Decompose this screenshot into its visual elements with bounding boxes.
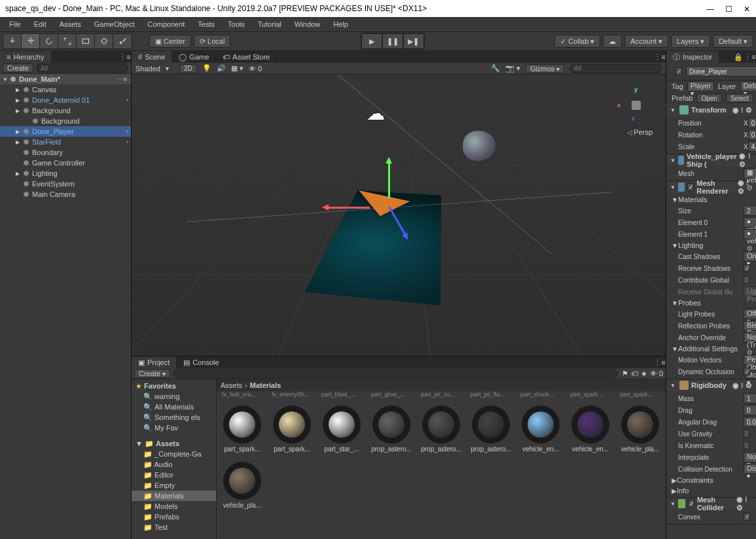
hidden-objects-icon[interactable]: 👁 0 [249, 65, 262, 73]
2d-toggle[interactable]: 2D [179, 64, 197, 73]
close-button[interactable]: ✕ [743, 5, 751, 12]
asset-label[interactable]: fx_bolt_ora... [222, 391, 262, 400]
tag-dropdown[interactable]: Player ▾ [687, 81, 714, 92]
asset-label[interactable]: part_shock... [520, 391, 561, 400]
menu-window[interactable]: Window [289, 19, 325, 29]
orientation-gizmo[interactable]: x y z [617, 86, 654, 123]
menu-tests[interactable]: Tests [192, 19, 220, 29]
materials-foldout[interactable]: ▼ Materials [666, 194, 756, 205]
favorite-icon[interactable]: ★ [641, 370, 647, 378]
minimize-button[interactable]: — [706, 5, 714, 12]
asset-thumbnail[interactable]: vehicle_en... [520, 406, 561, 453]
visibility-icon[interactable]: 👁 0 [650, 370, 663, 377]
scene-tab[interactable]: # Scene [132, 51, 172, 63]
anchor-field[interactable]: None (Transform) ⊙ [744, 332, 756, 343]
hierarchy-item[interactable]: Boundary [0, 147, 131, 158]
layer-dropdown[interactable]: Default ▾ [740, 81, 757, 92]
menu-gameobject[interactable]: GameObject [89, 19, 140, 29]
gizmo-y-axis[interactable] [388, 159, 390, 198]
folder-item[interactable]: 📁 Audio [132, 459, 216, 470]
layout-dropdown[interactable]: Default ▾ [713, 35, 753, 48]
rigidbody-header[interactable]: ▼Rigidbody◉ ⁝ ⚙ [666, 379, 756, 391]
cloud-button[interactable]: ☁ [603, 35, 622, 48]
transform-tool[interactable] [95, 34, 113, 48]
lighting-foldout[interactable]: ▼ Lighting [666, 240, 756, 251]
object-name-field[interactable] [686, 66, 756, 77]
rotate-tool[interactable] [40, 34, 58, 48]
console-tab[interactable]: ▤ Console [177, 356, 226, 368]
scale-x[interactable] [748, 141, 756, 152]
hierarchy-item[interactable]: ▶Done_Player› [0, 126, 131, 137]
tools-icon[interactable]: 🔧 [491, 64, 500, 73]
asset-label[interactable]: part_glow_... [371, 391, 412, 400]
collab-dropdown[interactable]: ✓ Collab ▾ [554, 35, 600, 48]
contribute-gi-checkbox[interactable] [744, 276, 749, 284]
rect-tool[interactable] [77, 34, 95, 48]
menu-file[interactable]: File [4, 19, 26, 29]
game-tab[interactable]: ◯ Game [172, 51, 216, 63]
menu-tutorial[interactable]: Tutorial [253, 19, 287, 29]
scene-options[interactable]: ⋮≡ [654, 51, 666, 63]
asset-thumbnail[interactable]: part_spark... [222, 406, 262, 453]
element1-field[interactable]: ● vehicle_playerS ⊙ [744, 229, 756, 239]
scene-root[interactable]: ▼ Done_Main* ⋯≡ [0, 74, 131, 84]
asteroid-object[interactable] [463, 131, 495, 161]
hierarchy-item[interactable]: ▶Done_Asteroid 01› [0, 95, 131, 105]
gizmos-dropdown[interactable]: Gizmos ▾ [526, 64, 564, 73]
meshrenderer-header[interactable]: ▼Mesh Renderer◉ ⁝ ⚙ [666, 181, 756, 193]
step-button[interactable]: ▶❚ [403, 33, 424, 49]
hierarchy-search[interactable] [36, 63, 128, 73]
transform-component-header[interactable]: ▼Transform◉ ⁝ ⚙ [666, 104, 756, 116]
hierarchy-tab[interactable]: ≡ Hierarchy [0, 51, 52, 63]
folder-item[interactable]: 📁 Test [132, 522, 216, 532]
breadcrumb-item[interactable]: Assets [221, 381, 242, 389]
asset-label[interactable]: part_blast_... [321, 391, 362, 400]
asset-label[interactable]: part_spark... [620, 391, 660, 400]
asset-thumbnail[interactable]: vehicle_en... [570, 406, 611, 453]
materials-size[interactable] [744, 205, 756, 216]
kinematic-checkbox[interactable] [744, 442, 749, 449]
favorite-item[interactable]: 🔍Something els [132, 412, 216, 423]
hierarchy-item[interactable]: ▶StarField› [0, 137, 131, 147]
folder-item[interactable]: 📁 Materials [132, 491, 216, 501]
asset-label[interactable]: fx_enemySh... [272, 391, 312, 400]
project-search[interactable] [173, 369, 618, 378]
interpolate-dropdown[interactable]: None ▾ [744, 452, 756, 462]
receive-shadows-checkbox[interactable] [744, 264, 750, 272]
asset-thumbnail[interactable]: part_star_... [321, 406, 362, 453]
projection-label[interactable]: ◁ Persp [627, 128, 653, 136]
account-dropdown[interactable]: Account ▾ [624, 35, 668, 48]
player-ship[interactable] [356, 196, 408, 226]
folder-item[interactable]: 📁 _Complete-Ga [132, 449, 216, 459]
menu-edit[interactable]: Edit [29, 19, 52, 29]
menu-assets[interactable]: Assets [54, 19, 86, 29]
pivot-local-button[interactable]: ⟳ Local [194, 35, 230, 48]
gizmo-x-axis[interactable] [324, 207, 370, 209]
mesh-field[interactable]: ▦ vehicle_play ⊙ [744, 168, 756, 179]
info-foldout[interactable]: ▶ Info [666, 485, 756, 496]
asset-store-tab[interactable]: 🏷 Asset Store [216, 51, 277, 63]
favorites-group[interactable]: ★ Favorites [132, 381, 216, 391]
favorite-item[interactable]: 🔍My Fav [132, 423, 216, 433]
element0-field[interactable]: ● vehicle_playerS ⊙ [744, 217, 756, 228]
project-create-button[interactable]: Create ▾ [134, 369, 170, 378]
menu-component[interactable]: Component [142, 19, 190, 29]
inspector-options[interactable]: ⋮≡ [744, 51, 756, 63]
fx-toggle-icon[interactable]: ▦ ▾ [231, 64, 243, 73]
layers-dropdown[interactable]: Layers ▾ [671, 35, 710, 48]
meshfilter-header[interactable]: ▼Vehicle_player Ship (◉ ⁝ ⚙ [666, 154, 756, 166]
ang-drag-field[interactable] [744, 417, 756, 427]
scale-tool[interactable] [58, 34, 77, 48]
additional-foldout[interactable]: ▼ Additional Settings [666, 343, 756, 354]
label-icon[interactable]: 🏷 [631, 370, 638, 377]
prefab-open-button[interactable]: Open [696, 94, 721, 103]
hierarchy-item[interactable]: ▶Background [0, 105, 131, 116]
collision-dropdown[interactable]: Discrete ▾ [744, 464, 756, 474]
assets-group[interactable]: ▼ 📁 Assets [132, 438, 216, 449]
hierarchy-item[interactable]: EventSystem [0, 179, 131, 189]
asset-thumbnail[interactable]: vehicle_pla... [222, 462, 262, 509]
filter-icon[interactable]: ⚑ [622, 370, 628, 378]
asset-label[interactable]: part_jet_co... [421, 391, 461, 400]
position-x[interactable] [748, 118, 756, 128]
mass-field[interactable] [744, 393, 756, 404]
